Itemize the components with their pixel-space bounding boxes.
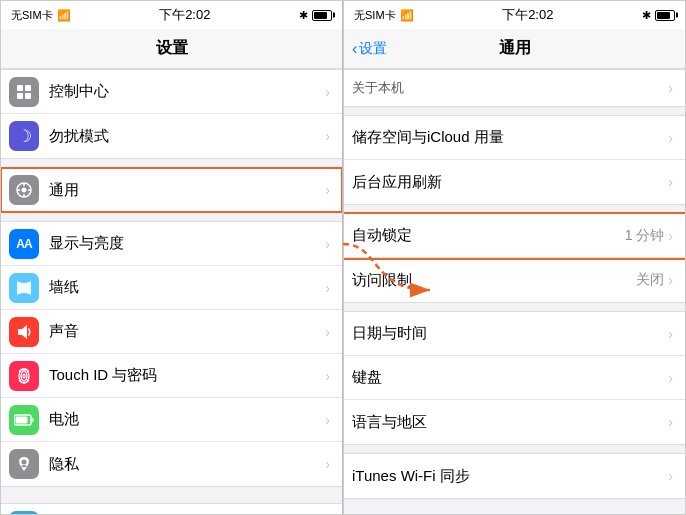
left-icon-dnd: ☽	[9, 121, 39, 151]
right-label-itunes: iTunes Wi-Fi 同步	[352, 467, 668, 486]
left-group-1: 控制中心 › ☽ 勿扰模式 ›	[1, 69, 342, 159]
right-group-about: 关于本机 ›	[344, 69, 685, 107]
left-chevron-sound: ›	[325, 324, 330, 340]
right-carrier: 无SIM卡	[354, 8, 396, 23]
right-nav-bar: ‹ 设置 通用	[344, 29, 685, 69]
left-wifi-icon: 📶	[57, 9, 71, 22]
right-settings-list: 关于本机 › 储存空间与iCloud 用量 › 后台应用刷新 › 自动锁定 1 …	[344, 69, 685, 514]
left-label-battery: 电池	[49, 410, 325, 429]
left-label-privacy: 隐私	[49, 455, 325, 474]
right-battery-icon	[655, 10, 675, 21]
right-nav-back[interactable]: ‹ 设置	[352, 40, 387, 58]
right-label-background: 后台应用刷新	[352, 173, 668, 192]
left-status-left: 无SIM卡 📶	[11, 8, 71, 23]
left-chevron-privacy: ›	[325, 456, 330, 472]
right-chevron-itunes: ›	[668, 468, 673, 484]
left-item-touchid[interactable]: Touch ID 与密码 ›	[1, 354, 342, 398]
left-icon-control	[9, 77, 39, 107]
right-label-restrictions: 访问限制	[352, 271, 636, 290]
right-item-language[interactable]: 语言与地区 ›	[344, 400, 685, 444]
right-status-bar: 无SIM卡 📶 下午2:02 ✱	[344, 1, 685, 29]
left-chevron-wallpaper: ›	[325, 280, 330, 296]
left-nav-title: 设置	[156, 38, 188, 59]
left-chevron-control: ›	[325, 84, 330, 100]
right-label-language: 语言与地区	[352, 413, 668, 432]
left-item-privacy[interactable]: 隐私 ›	[1, 442, 342, 486]
left-status-right: ✱	[299, 9, 332, 22]
left-phone: 无SIM卡 📶 下午2:02 ✱ 设置	[0, 0, 343, 515]
svg-point-13	[23, 374, 25, 378]
right-nav-title: 通用	[499, 38, 531, 59]
svg-rect-16	[16, 416, 28, 423]
right-chevron-about: ›	[668, 80, 673, 96]
left-status-bar: 无SIM卡 📶 下午2:02 ✱	[1, 1, 342, 29]
right-label-about: 关于本机	[352, 79, 668, 97]
right-item-datetime[interactable]: 日期与时间 ›	[344, 312, 685, 356]
right-group-itunes: iTunes Wi-Fi 同步 ›	[344, 453, 685, 499]
left-group-icloud: iCloud ›	[1, 503, 342, 514]
left-chevron-touchid: ›	[325, 368, 330, 384]
left-label-touchid: Touch ID 与密码	[49, 366, 325, 385]
right-item-about[interactable]: 关于本机 ›	[344, 70, 685, 106]
left-item-control[interactable]: 控制中心 ›	[1, 70, 342, 114]
right-item-keyboard[interactable]: 键盘 ›	[344, 356, 685, 400]
left-label-display: 显示与亮度	[49, 234, 325, 253]
right-time: 下午2:02	[502, 6, 553, 24]
left-time: 下午2:02	[159, 6, 210, 24]
left-item-wallpaper[interactable]: 墙纸 ›	[1, 266, 342, 310]
right-item-restrictions[interactable]: 访问限制 关闭 ›	[344, 258, 685, 302]
right-phone: 无SIM卡 📶 下午2:02 ✱ ‹ 设置 通用 关于本机 ›	[343, 0, 686, 515]
right-status-right: ✱	[642, 9, 675, 22]
svg-marker-10	[18, 325, 27, 339]
right-value-autolock: 1 分钟	[625, 227, 665, 245]
left-label-sound: 声音	[49, 322, 325, 341]
right-group-datetime: 日期与时间 › 键盘 › 语言与地区 ›	[344, 311, 685, 445]
left-carrier: 无SIM卡	[11, 8, 53, 23]
right-item-storage[interactable]: 储存空间与iCloud 用量 ›	[344, 116, 685, 160]
left-icon-privacy	[9, 449, 39, 479]
left-item-display[interactable]: AA 显示与亮度 ›	[1, 222, 342, 266]
right-status-left: 无SIM卡 📶	[354, 8, 414, 23]
back-chevron-icon: ‹	[352, 40, 357, 58]
right-label-storage: 储存空间与iCloud 用量	[352, 128, 668, 147]
left-item-sound[interactable]: 声音 ›	[1, 310, 342, 354]
right-label-datetime: 日期与时间	[352, 324, 668, 343]
right-nav-back-label: 设置	[359, 40, 387, 58]
left-battery-icon	[312, 10, 332, 21]
right-bt-icon: ✱	[642, 9, 651, 22]
left-item-battery[interactable]: 电池 ›	[1, 398, 342, 442]
right-chevron-language: ›	[668, 414, 673, 430]
left-icon-display: AA	[9, 229, 39, 259]
right-chevron-restrictions: ›	[668, 272, 673, 288]
left-label-wallpaper: 墙纸	[49, 278, 325, 297]
left-item-general[interactable]: 通用 ›	[1, 168, 342, 212]
left-group-2: 通用 ›	[1, 167, 342, 213]
left-icon-general	[9, 175, 39, 205]
left-chevron-display: ›	[325, 236, 330, 252]
left-icon-icloud	[9, 511, 39, 514]
right-chevron-autolock: ›	[668, 228, 673, 244]
right-chevron-storage: ›	[668, 130, 673, 146]
svg-rect-1	[25, 85, 31, 91]
right-label-keyboard: 键盘	[352, 368, 668, 387]
left-chevron-general: ›	[325, 182, 330, 198]
left-nav-bar: 设置	[1, 29, 342, 69]
left-icon-wallpaper	[9, 273, 39, 303]
left-chevron-dnd: ›	[325, 128, 330, 144]
right-wifi-icon: 📶	[400, 9, 414, 22]
right-value-restrictions: 关闭	[636, 271, 664, 289]
left-chevron-battery: ›	[325, 412, 330, 428]
right-item-autolock[interactable]: 自动锁定 1 分钟 ›	[344, 214, 685, 258]
right-item-itunes[interactable]: iTunes Wi-Fi 同步 ›	[344, 454, 685, 498]
right-item-background[interactable]: 后台应用刷新 ›	[344, 160, 685, 204]
left-item-dnd[interactable]: ☽ 勿扰模式 ›	[1, 114, 342, 158]
svg-rect-3	[25, 93, 31, 99]
svg-point-17	[22, 460, 27, 465]
svg-point-12	[21, 371, 27, 381]
right-group-lock: 自动锁定 1 分钟 › 访问限制 关闭 ›	[344, 213, 685, 303]
left-label-dnd: 勿扰模式	[49, 127, 325, 146]
right-chevron-background: ›	[668, 174, 673, 190]
left-item-icloud[interactable]: iCloud ›	[1, 504, 342, 514]
left-label-general: 通用	[49, 181, 325, 200]
svg-rect-0	[17, 85, 23, 91]
